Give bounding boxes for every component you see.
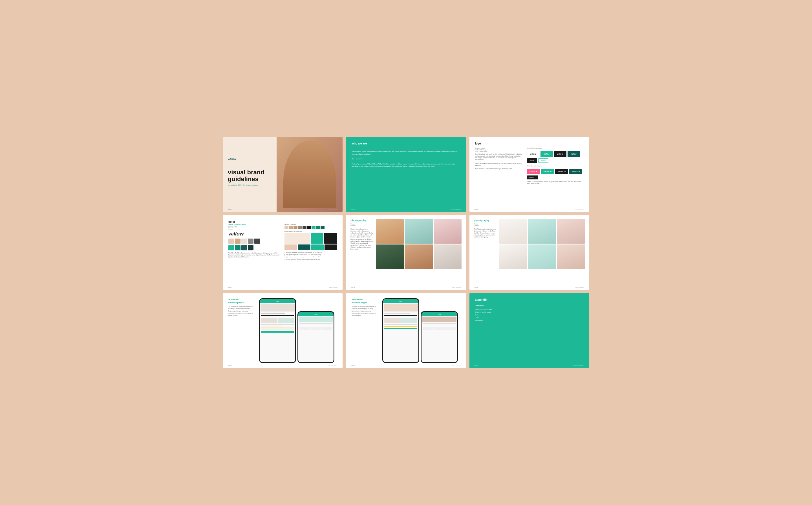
application-label: Application & Accessories [284, 230, 337, 232]
slide-footer-photo1: willow Brand Guidelines [351, 287, 461, 288]
section-title-logo: logo [475, 142, 584, 145]
phone-icon-row [300, 327, 332, 330]
footer-page-appendix: Brand Guidelines [573, 365, 584, 366]
footer-logo-photo1: willow [351, 287, 355, 288]
logo-left: Willow & ImagePreferred PrimaryStale & A… [475, 147, 523, 185]
footer-page-green: Brand Guidelines [450, 208, 461, 210]
photo-cell-6 [434, 244, 462, 269]
slide-website-1: Willow Gowebsite pages The Willow 360 an… [223, 293, 343, 368]
photo2-cell-6 [557, 244, 585, 269]
slide-footer-w2: willow Brand Guidelines [351, 365, 461, 366]
photo-grid [376, 219, 461, 269]
slide-inner: who we are Breastfeeding is hard, and tr… [346, 137, 466, 212]
photo2-body: The Willow product photography aim is al… [474, 228, 496, 238]
slide-logo: logo Willow & ImagePreferred PrimaryStal… [469, 137, 589, 212]
slide-website-2: Willow Gowebsite pages The Willow 360 an… [346, 293, 466, 368]
wp-swatch-5 [303, 226, 307, 229]
photo2-left-text: photography FocusProduct The Willow prod… [474, 219, 496, 286]
slide-logo-inner: logo Willow & ImagePreferred PrimaryStal… [469, 137, 589, 212]
slide-photo-inner: photography PeopleProduct This aim is to… [346, 215, 466, 290]
section-title-photo: photography [350, 219, 373, 222]
appendix-resources: Resources Willow 360 product images Will… [475, 305, 584, 322]
phone-line-9 [384, 313, 410, 314]
phone-hero-1 [260, 304, 295, 311]
photo2-product-4 [499, 244, 527, 269]
body-para-3: That's why we created Willow 360 and Wil… [352, 163, 460, 168]
logo-right: Willow 360 color options willow willow w… [527, 147, 584, 185]
palette-subtitle: Willow Go PaletteWillow Go AccentGradien… [228, 225, 281, 230]
wp-swatch-2 [289, 226, 293, 229]
phone-hero-2 [299, 317, 333, 322]
logo-go-desc: Portfolio Go introduces brand bold line … [527, 181, 584, 185]
section-title-who: who we are [352, 142, 460, 147]
swatch-deep-teal [241, 245, 247, 250]
color-rules: 1. Teal should be the main web color for… [284, 252, 337, 261]
phone-hero-3 [384, 304, 418, 311]
website1-layout: Willow Gowebsite pages The Willow 360 an… [228, 298, 337, 363]
photo-body: This aim is to evoke a sense of freshnes… [350, 228, 373, 250]
swatch-dark-gray [254, 238, 260, 243]
footer-brand-logo: Brand Guidelines [575, 208, 584, 210]
swatch-dark-teal [235, 245, 240, 250]
footer-brand-color: Brand Guidelines [329, 287, 338, 288]
photo-cell-3 [434, 219, 462, 244]
logo-desc2: Single color black and white versions ma… [475, 163, 523, 167]
mini-swatch-4 [325, 244, 337, 250]
slide-footer: willow Brand Guidelines [228, 208, 338, 210]
slide-footer-appendix: willow Brand Guidelines [474, 365, 584, 366]
phone-line-7 [300, 325, 327, 325]
mini-swatch-1 [284, 244, 297, 250]
resource-2: Willow Go product images [475, 311, 584, 314]
color-wordmark: willow [228, 231, 281, 237]
slide-color: color Willow Portfolio Palette Willow Go… [223, 215, 343, 290]
color-left: Willow Portfolio Palette Willow Go Palet… [228, 223, 281, 261]
logo-grid-360: willow willow willow willow willow willo… [527, 151, 584, 163]
body-para-1: Breastfeeding is hard, and traditional p… [352, 150, 460, 156]
logo-label-left: Willow & ImagePreferred PrimaryStale & A… [475, 147, 523, 152]
footer-brand-w2: Brand Guidelines [452, 365, 461, 366]
photo-left-text: photography PeopleProduct This aim is to… [350, 219, 373, 286]
phone-screen-3: willow [383, 299, 419, 362]
phone-logo-3: willow [399, 301, 402, 302]
logo-grid-go: willow♥ willow♥ willow♥ willow♥ willow♥ [527, 169, 584, 179]
logo-option-5: willow [527, 158, 537, 163]
footer-logo-color: willow [228, 287, 231, 288]
cover-image [276, 137, 343, 212]
swatch-peach [228, 238, 234, 243]
website1-text: Willow Gowebsite pages The Willow 360 an… [228, 298, 254, 363]
logo-option-1: willow [527, 151, 539, 157]
palette-swatches [228, 238, 281, 243]
phone-hero-4 [422, 317, 456, 322]
website2-title: Willow Gowebsite pages [352, 298, 377, 304]
photo-cell-2 [404, 219, 433, 244]
phone-product-3 [384, 318, 400, 323]
cover-logo: willow [228, 157, 264, 160]
footer-logo-appendix: willow [474, 365, 478, 366]
photo-layout: photography PeopleProduct This aim is to… [350, 219, 461, 286]
palette-title: Willow Portfolio Palette [228, 223, 281, 225]
swatch-sand [235, 238, 240, 243]
photo-grid-2 [499, 219, 585, 269]
phone-4: willow [421, 311, 458, 363]
phone-line-4 [261, 326, 282, 326]
photo2-cell-2 [528, 219, 556, 244]
cover-content: willow visual brandguidelines last updat… [228, 157, 264, 186]
resource-5: Iconography [475, 319, 584, 322]
photo-person-3 [434, 219, 462, 244]
logo-option-6: willow [538, 158, 548, 163]
wp-swatch-1 [284, 226, 288, 229]
who-we-are-body: Breastfeeding is hard, and traditional p… [352, 150, 460, 168]
phone-content-4 [422, 316, 457, 362]
phone-line-5 [261, 330, 294, 330]
resources-heading: Resources [475, 305, 584, 306]
logo-desc: Our preferred logo color way is the dark… [475, 154, 523, 161]
phone-3: willow [382, 298, 419, 363]
logo-option-4: willow [568, 151, 580, 157]
logo-go-1: willow♥ [527, 169, 540, 174]
photo-cell-5 [404, 244, 433, 269]
slide-photography-people: photography PeopleProduct This aim is to… [346, 215, 466, 290]
slide-appendix-inner: appendix Resources Willow 360 product im… [469, 293, 589, 368]
wp-swatch-8 [316, 226, 320, 229]
phone-content-3 [383, 303, 419, 362]
wp-swatch-4 [298, 226, 302, 229]
